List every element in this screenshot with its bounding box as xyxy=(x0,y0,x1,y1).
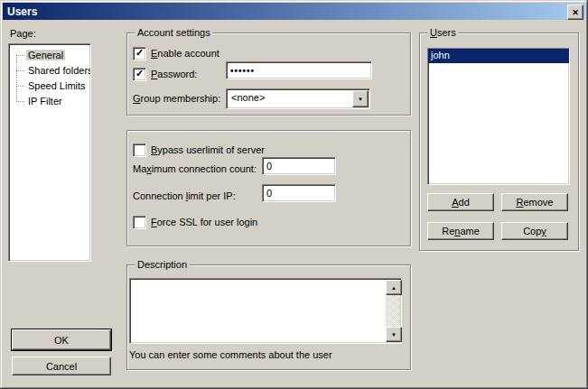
tree-item-shared-folders[interactable]: Shared folders xyxy=(9,63,90,79)
force-ssl-label: Force SSL for user login xyxy=(151,217,257,228)
ok-button[interactable]: OK xyxy=(12,329,111,350)
copy-button[interactable]: Copy xyxy=(501,222,568,240)
description-title: Description xyxy=(135,258,190,271)
bypass-userlimit-checkbox[interactable] xyxy=(133,144,146,157)
close-button[interactable]: ✕ xyxy=(567,5,583,20)
page-tree-inner: General Shared folders Speed Limits IP F… xyxy=(9,44,90,262)
chevron-down-icon: ▼ xyxy=(358,97,363,102)
tree-connector xyxy=(16,101,24,102)
tree-connector xyxy=(16,55,24,56)
arrow-up-icon: ▲ xyxy=(391,285,397,291)
tree-item-speed-limits[interactable]: Speed Limits xyxy=(9,79,90,94)
description-hint: You can enter some comments about the us… xyxy=(129,349,332,361)
page-tree[interactable]: General Shared folders Speed Limits IP F… xyxy=(8,43,91,262)
description-scrollbar[interactable]: ▲ ▼ xyxy=(386,280,400,342)
scroll-up-button[interactable]: ▲ xyxy=(386,280,402,295)
tree-connector xyxy=(16,70,24,71)
cancel-button[interactable]: Cancel xyxy=(12,357,111,375)
tree-connector xyxy=(16,86,24,87)
group-membership-label: Group membership: xyxy=(133,93,220,105)
add-button[interactable]: Add xyxy=(427,193,494,211)
rename-button[interactable]: Rename xyxy=(427,222,494,240)
password-input[interactable] xyxy=(226,61,372,79)
users-listbox[interactable]: john xyxy=(427,48,570,185)
tree-item-ip-filter[interactable]: IP Filter xyxy=(9,94,90,109)
force-ssl-checkbox[interactable] xyxy=(133,216,146,229)
check-icon: ✓ xyxy=(135,49,144,57)
users-dialog: Users ✕ Page: General Shared folders Spe… xyxy=(0,0,588,389)
description-textarea[interactable] xyxy=(131,280,386,342)
connection-limit-input[interactable] xyxy=(262,184,336,202)
connection-limit-label: Connection limit per IP: xyxy=(133,190,236,202)
remove-button[interactable]: Remove xyxy=(501,193,568,211)
dropdown-button[interactable]: ▼ xyxy=(352,90,369,107)
bypass-userlimit-label: Bypass userlimit of server xyxy=(151,144,265,156)
users-group-title: Users xyxy=(427,26,459,39)
title-bar[interactable]: Users ✕ xyxy=(3,3,585,20)
account-settings-title: Account settings xyxy=(135,26,213,39)
group-membership-select[interactable]: <none> ▼ xyxy=(226,88,370,109)
max-connection-input[interactable] xyxy=(262,157,336,175)
window-title: Users xyxy=(7,5,37,18)
user-list-item-john[interactable]: john xyxy=(428,49,569,63)
enable-account-label: Enable account xyxy=(151,48,219,60)
tree-item-general[interactable]: General xyxy=(9,48,90,63)
arrow-down-icon: ▼ xyxy=(391,332,397,338)
description-textarea-frame: ▲ ▼ xyxy=(129,278,402,344)
enable-account-checkbox[interactable]: ✓ xyxy=(133,47,146,60)
close-icon: ✕ xyxy=(572,8,579,17)
group-membership-value: <none> xyxy=(231,92,265,103)
page-label: Page: xyxy=(10,28,36,40)
password-label: Password: xyxy=(151,69,197,80)
max-connection-label: Maximum connection count: xyxy=(133,163,257,175)
scroll-down-button[interactable]: ▼ xyxy=(386,327,402,342)
password-checkbox[interactable]: ✓ xyxy=(133,68,146,81)
check-icon: ✓ xyxy=(135,69,144,78)
